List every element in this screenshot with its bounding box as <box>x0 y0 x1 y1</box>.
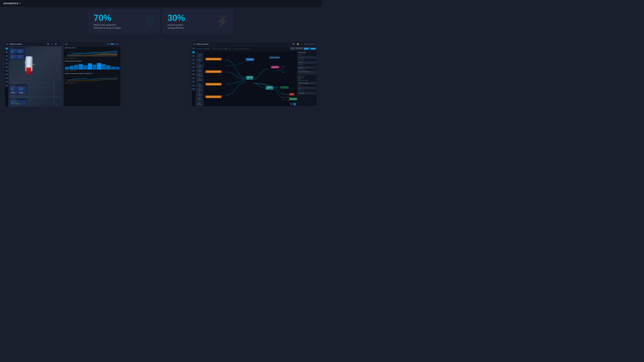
comp-scatter[interactable]: Scatter <box>196 88 203 92</box>
align-btn[interactable]: Align <box>237 48 239 49</box>
search-icon[interactable]: 🔍 <box>46 43 50 45</box>
scale-btn[interactable]: Scale <box>234 48 236 49</box>
right-close-btn[interactable]: × <box>193 43 196 45</box>
node-validation[interactable]: Validation f(x) <box>266 86 273 90</box>
nav-person-icon[interactable] <box>6 81 8 83</box>
right-search-icon[interactable]: 🔍 <box>292 43 296 45</box>
right-nav-3d[interactable] <box>192 77 195 79</box>
comp-optimization[interactable]: Optimization <box>196 77 203 81</box>
wss-flow-chart: WSS Flow Trend <box>65 49 120 57</box>
comp-text[interactable]: Text <box>196 97 203 101</box>
import-btn[interactable]: Import <box>246 48 249 49</box>
charts-close-btn[interactable]: × <box>65 43 68 45</box>
data-gen-icon <box>199 69 200 70</box>
comp-data-gen[interactable]: Data Gen. <box>196 68 203 72</box>
charts-panel: × Day Week Month WSS Flow Trend <box>64 41 121 107</box>
metric-icon <box>199 54 200 55</box>
model-type-select[interactable]: Regression <box>298 66 316 69</box>
distribute-btn[interactable]: distribute <box>239 48 243 49</box>
right-nav-file[interactable] <box>192 69 195 72</box>
nav-location-icon[interactable] <box>6 51 8 53</box>
model-type-label: Model Type <box>298 64 316 65</box>
menu-icon[interactable]: ≡ <box>58 43 60 45</box>
nav-flow-icon[interactable] <box>6 69 8 72</box>
discard-button[interactable]: DISCARD <box>296 47 304 50</box>
left-titlebar: × Hello,Grundfos 🔍 ⚙ 👤 ≡ <box>5 42 62 46</box>
comp-csv-import[interactable]: CSV Import <box>196 64 203 68</box>
right-nav-upload[interactable] <box>192 66 195 68</box>
right-lang-icon[interactable]: A <box>300 43 303 45</box>
nav-map-icon[interactable] <box>6 47 8 50</box>
right-notif-icon[interactable]: 🔔 <box>296 43 300 45</box>
run-button[interactable]: ▶ RUN <box>304 47 310 50</box>
calculate-fx: f(x) <box>247 78 249 79</box>
model-object-select[interactable]: Device001 <box>298 61 316 64</box>
left-window-inner: WSS System OutletPressure 40bar Estimate… <box>5 46 62 106</box>
comp-regression[interactable]: Regression <box>196 73 203 77</box>
view-result-btn[interactable]: ✓ View Result <box>280 86 289 88</box>
right-user-btn[interactable]: Owner Name ▾ <box>303 43 316 45</box>
node-regression[interactable]: Regression <box>271 66 279 68</box>
right-nav-chart[interactable] <box>192 55 195 57</box>
save-button[interactable]: SAVE <box>290 47 296 50</box>
node-point-1[interactable]: Original measuring point 1 <box>206 58 222 60</box>
settings-icon[interactable]: ⚙ <box>51 43 54 45</box>
nav-globe-icon[interactable] <box>6 84 8 87</box>
text-icon <box>199 98 200 99</box>
unique-number-input[interactable] <box>298 92 316 94</box>
nav-grid-icon[interactable] <box>6 55 8 57</box>
comp-dataset[interactable]: Dataset <box>196 92 203 96</box>
user-icon[interactable]: 👤 <box>54 43 58 45</box>
node-point-2[interactable]: Original measuring point 2 <box>206 70 222 73</box>
comp-metrics[interactable]: Metrics <box>196 58 203 62</box>
nav-pump-icon[interactable] <box>6 58 8 61</box>
nav-users-icon[interactable] <box>6 73 8 76</box>
right-nav-bolt[interactable] <box>192 73 195 76</box>
submit-button[interactable]: SUBMIT <box>310 48 316 50</box>
wss-flow-svg: WSS Flow Trend <box>65 49 120 57</box>
node-trend-chart[interactable]: Trend chart <box>246 58 254 61</box>
model-description-textarea[interactable]: For saving energy <box>298 70 316 74</box>
version-input[interactable] <box>298 87 316 89</box>
nav-file-icon[interactable] <box>6 66 8 68</box>
nav-info-icon[interactable] <box>6 77 8 79</box>
toolbar-edit-section: Scale Align distribute Line Import <box>232 48 250 49</box>
selected-btn[interactable]: ▶ <box>224 48 226 50</box>
comp-optimization-label: Optimization <box>197 80 202 81</box>
cons-label: Cons <box>282 97 285 98</box>
canvas-add-icon[interactable]: + <box>293 103 296 105</box>
right-app-window: × Hello,Grundfos 🔍 🔔 A Owner Name ▾ <box>192 41 317 107</box>
node-point-4[interactable]: Original measuring point 4 <box>206 95 222 98</box>
month-tab[interactable]: Month <box>115 43 119 45</box>
right-nav-person[interactable] <box>192 88 195 90</box>
model-name-input[interactable] <box>298 56 316 59</box>
window-actions: 🔍 ⚙ 👤 ≡ <box>46 43 60 45</box>
week-tab[interactable]: Week <box>110 43 114 45</box>
right-nav-calendar[interactable] <box>192 62 195 64</box>
day-tab[interactable]: Day <box>106 43 110 45</box>
comp-trend[interactable]: Trend <box>196 83 203 87</box>
right-toolbar: Component › Data loader ← Previous → Nex… <box>196 46 317 51</box>
right-nav-home[interactable] <box>192 47 195 50</box>
comp-scatter-label: Scatter <box>198 90 201 91</box>
node-improvement[interactable]: Improvement <box>289 98 297 100</box>
sim-time-range-input[interactable] <box>298 82 316 84</box>
node-error[interactable]: Error <box>289 93 294 95</box>
right-nav-info[interactable] <box>192 84 195 87</box>
line-btn[interactable]: Line <box>244 48 246 49</box>
comp-metric[interactable]: Metric <box>196 53 203 57</box>
legend-dot-hot-wss <box>70 58 71 58</box>
right-nav-pump[interactable] <box>192 58 195 61</box>
right-nav-users[interactable] <box>192 81 195 83</box>
next-btn[interactable]: → <box>220 48 222 50</box>
canvas-settings-icon[interactable]: ⚙ <box>290 103 293 105</box>
right-nav-flow[interactable] <box>192 51 195 53</box>
comp-model-quote[interactable]: Model Quote <box>196 102 203 106</box>
close-button[interactable]: × <box>6 43 8 45</box>
nav-chart-icon[interactable] <box>6 62 8 64</box>
view-simulation-btn[interactable]: View Simulation <box>269 56 280 59</box>
node-calculate[interactable]: Calculate f(x) <box>246 76 253 80</box>
canvas-bottom-actions: ⚙ + <box>290 103 296 105</box>
prev-btn[interactable]: ← <box>213 48 215 50</box>
node-point-3[interactable]: Original measuring point 3 <box>206 83 222 85</box>
